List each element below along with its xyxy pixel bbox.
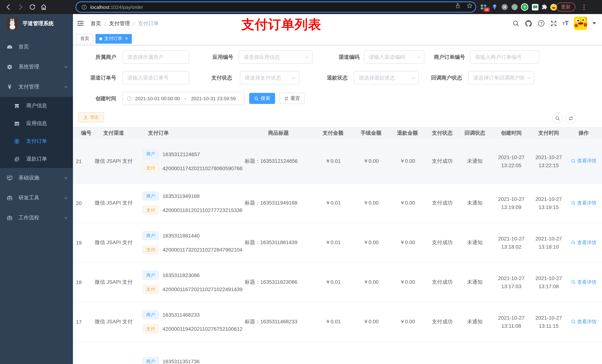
tag-home[interactable]: 首页 bbox=[77, 34, 93, 43]
sidebar-item-refund-order[interactable]: 退款订单 bbox=[0, 150, 73, 168]
sidebar-item-merchant-info[interactable]: 商户信息 bbox=[0, 97, 73, 115]
table-row[interactable]: 商户1635311351736 bbox=[73, 342, 602, 364]
sidebar-item-dev-tools[interactable]: 研发工具 bbox=[0, 188, 73, 208]
filter-app: 应用编号 bbox=[184, 50, 312, 64]
search-button[interactable]: 搜索 bbox=[249, 93, 275, 104]
url-path: :1024/pay/order bbox=[109, 4, 143, 10]
breadcrumb-home[interactable]: 首页 bbox=[91, 20, 101, 27]
merchant-badge: 商户 bbox=[142, 192, 159, 200]
view-detail-link[interactable]: 查看详情 bbox=[571, 239, 596, 246]
merchant-order-no-input[interactable] bbox=[475, 54, 534, 60]
toggle-search-button[interactable] bbox=[552, 113, 563, 124]
notify-status: 未通知 bbox=[459, 319, 491, 325]
sidebar-item-app-info[interactable]: 应用信息 bbox=[0, 115, 73, 132]
sidebar-item-label: 首页 bbox=[19, 44, 29, 50]
chevron-down-icon bbox=[291, 76, 296, 80]
site-info-icon[interactable] bbox=[81, 4, 87, 10]
breadcrumb-pay[interactable]: 支付管理 bbox=[109, 20, 130, 27]
reset-button[interactable]: 重置 bbox=[279, 93, 305, 104]
reset-button-label: 重置 bbox=[290, 95, 300, 102]
view-detail-link[interactable]: 查看详情 bbox=[571, 200, 596, 207]
pay-channel: 微信 JSAPI 支付 bbox=[91, 319, 136, 325]
sidebar-item-label: 工作流程 bbox=[19, 215, 39, 221]
date-range-picker[interactable]: 2021-10-01 00:00:00 - 2021-10-31 23:59:5… bbox=[123, 92, 245, 105]
table-row[interactable]: 18微信 JSAPI 支付商户1635311823086支付4200001167… bbox=[73, 263, 602, 302]
browser-update-button[interactable]: 更新 bbox=[556, 3, 575, 11]
table-row[interactable]: 19微信 JSAPI 支付商户1635311881440支付4200001173… bbox=[73, 223, 602, 263]
view-detail-link[interactable]: 查看详情 bbox=[571, 319, 596, 325]
view-detail-link[interactable]: 查看详情 bbox=[571, 158, 596, 165]
pay-order-no: 4200001167202110271022491439 bbox=[162, 286, 243, 292]
sidebar-item-pay[interactable]: ¥ 支付管理 bbox=[0, 77, 73, 97]
col-actions: 操作 bbox=[565, 130, 602, 136]
channel-order-no-input[interactable] bbox=[127, 75, 184, 81]
filter-channel-order-no: 渠道订单号 bbox=[73, 71, 189, 84]
extensions-puzzle-icon[interactable] bbox=[540, 3, 548, 11]
bookmark-star-icon[interactable] bbox=[466, 3, 473, 9]
merchant-badge: 商户 bbox=[142, 231, 159, 240]
refund-amount: ￥0.00 bbox=[389, 158, 425, 165]
filter-merchant-order-no: 商户订单编号 bbox=[399, 50, 539, 64]
merchant-order-no: 1635311949168 bbox=[162, 193, 200, 199]
merchant-input[interactable] bbox=[127, 54, 184, 60]
home-icon[interactable] bbox=[38, 1, 49, 13]
sidebar-toggle-icon[interactable] bbox=[75, 18, 86, 29]
extension-chat-icon[interactable] bbox=[531, 3, 539, 11]
sidebar-item-label: 研发工具 bbox=[19, 195, 39, 201]
pay-amount: ￥0.01 bbox=[314, 200, 353, 207]
notify-status: 未通知 bbox=[459, 239, 491, 246]
sidebar-item-workflow[interactable]: 工作流程 bbox=[0, 208, 73, 228]
tag-pay-order[interactable]: 支付订单 ✕ bbox=[96, 34, 132, 43]
order-id: 17 bbox=[73, 319, 91, 325]
pay-status: 支付成功 bbox=[425, 319, 459, 325]
pay-channel: 微信 JSAPI 支付 bbox=[91, 158, 136, 165]
chevron-down-icon bbox=[64, 176, 68, 180]
app-logo[interactable]: 芋道管理系统 bbox=[0, 14, 73, 33]
extension-recorder-icon[interactable] bbox=[511, 3, 519, 11]
documents-icon bbox=[14, 156, 20, 162]
pay-status-select[interactable] bbox=[245, 75, 289, 81]
extension-command-icon[interactable]: ⌘ bbox=[501, 3, 509, 11]
tags-view: 首页 支付订单 ✕ bbox=[73, 32, 602, 45]
col-create-time: 创建时间 bbox=[491, 130, 532, 136]
header-search-icon[interactable] bbox=[512, 20, 519, 27]
fullscreen-icon[interactable] bbox=[550, 20, 557, 27]
github-icon[interactable] bbox=[525, 20, 532, 27]
avatar[interactable] bbox=[574, 17, 587, 30]
close-icon[interactable]: ✕ bbox=[125, 36, 128, 41]
back-icon[interactable] bbox=[3, 1, 14, 13]
app-select[interactable] bbox=[244, 54, 302, 60]
export-button[interactable]: 导出 bbox=[78, 112, 104, 123]
extension-pin-icon[interactable] bbox=[491, 3, 499, 11]
fee-amount: ￥0.00 bbox=[353, 279, 389, 286]
create-time: 2021-10-2713:19:09 bbox=[491, 195, 532, 211]
notify-status: 未通知 bbox=[459, 200, 491, 207]
table-row[interactable]: 21微信 JSAPI 支付商户1635312124657支付4200001174… bbox=[73, 139, 602, 184]
share-icon[interactable] bbox=[455, 3, 461, 9]
sidebar-item-system[interactable]: 系统管理 bbox=[0, 57, 73, 77]
monitor-chart-icon bbox=[7, 175, 13, 181]
font-size-icon[interactable]: TT bbox=[562, 20, 569, 27]
notify-status-select[interactable] bbox=[473, 75, 524, 81]
forward-icon[interactable] bbox=[15, 1, 26, 13]
pay-badge: 支付 bbox=[142, 206, 159, 215]
sidebar-item-pay-order[interactable]: 支付订单 bbox=[0, 132, 73, 150]
pay-time: 2021-10-2713:17:08 bbox=[532, 274, 565, 290]
screen: localhost:1024/pay/order 10 ⌘ Y bbox=[0, 0, 602, 364]
search-button-label: 搜索 bbox=[261, 95, 270, 102]
workspace: 所属商户 应用编号 渠道编码 商户订单编号 渠道订单号 bbox=[73, 45, 602, 364]
refresh-button[interactable] bbox=[565, 113, 576, 124]
help-icon[interactable]: ? bbox=[538, 20, 545, 27]
sidebar-item-home[interactable]: 首页 bbox=[0, 37, 73, 57]
url-bar[interactable]: localhost:1024/pay/order bbox=[75, 1, 476, 13]
sidebar-item-infrastructure[interactable]: 基础设施 bbox=[0, 168, 73, 188]
table-row[interactable]: 20微信 JSAPI 支付商户1635311949168支付4200001181… bbox=[73, 184, 602, 223]
extension-y-icon[interactable]: Y bbox=[521, 3, 529, 11]
merchant-order-no: 1635311823086 bbox=[162, 272, 200, 278]
filter-label: 渠道订单号 bbox=[73, 71, 116, 84]
table-row[interactable]: 17微信 JSAPI 支付商户1635311468233支付4200001194… bbox=[73, 302, 602, 342]
reload-icon[interactable] bbox=[27, 1, 38, 13]
browser-menu-icon[interactable] bbox=[582, 3, 586, 11]
view-detail-link[interactable]: 查看详情 bbox=[571, 279, 596, 286]
avatar-caret-icon[interactable] bbox=[592, 22, 596, 24]
